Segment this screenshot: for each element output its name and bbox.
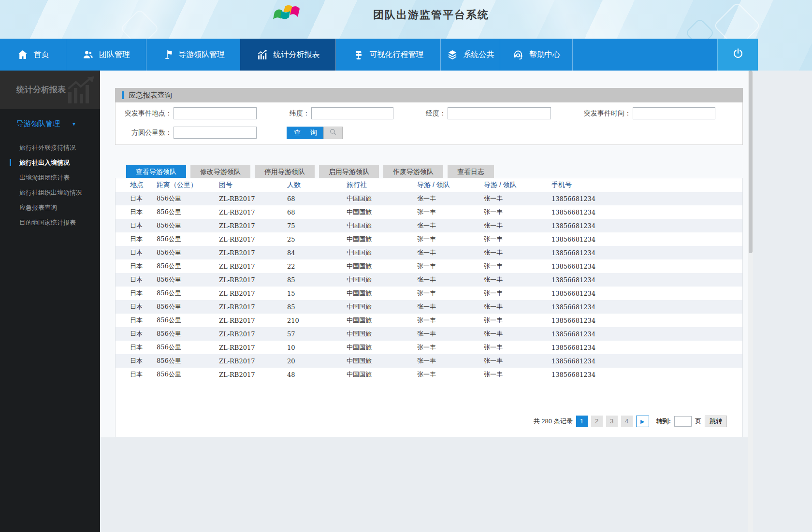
table-cell: 856公里	[157, 205, 219, 219]
table-row: 日本856公里ZL-RB201720中国国旅张一丰张一丰13856681234	[116, 354, 742, 368]
tab-modify-guide-leader[interactable]: 修改导游领队	[190, 165, 250, 178]
nav-item-home[interactable]: 首页	[0, 39, 66, 71]
table-cell: 张一丰	[417, 287, 484, 300]
table-cell: 856公里	[157, 327, 219, 341]
table-cell: 20	[287, 354, 347, 368]
table-cell: 张一丰	[417, 246, 484, 259]
tab-void-guide-leader[interactable]: 作废导游领队	[383, 165, 443, 178]
chevron-down-icon: ▼	[72, 116, 76, 132]
power-icon	[732, 47, 744, 62]
table-cell: 张一丰	[417, 368, 484, 381]
incident-location-input[interactable]	[174, 107, 257, 119]
table-cell: 85	[287, 300, 347, 314]
table-cell: 张一丰	[417, 219, 484, 232]
sidebar-item-emergency-report-query[interactable]: 应急报表查询	[0, 200, 100, 215]
table-cell: 中国国旅	[347, 354, 417, 368]
goto-page-input[interactable]	[674, 416, 692, 427]
table-cell: ZL-RB2017	[219, 314, 287, 327]
next-page-button[interactable]: ▶	[636, 416, 649, 427]
nav-item-system-public[interactable]: 系统公共	[441, 39, 500, 71]
table-panel: 地点 距离（公里） 团号 人数 旅行社 导游 / 领队 导游 / 领队 手机号 …	[115, 178, 743, 437]
table-cell: 张一丰	[484, 327, 551, 341]
tab-view-log[interactable]: 查看日志	[448, 165, 494, 178]
page-button-3[interactable]: 3	[606, 416, 618, 427]
nav-item-guide-leader-management[interactable]: 导游领队管理	[146, 39, 240, 71]
table-body: 日本856公里ZL-RB201768中国国旅张一丰张一丰13856681234日…	[116, 192, 742, 381]
query-panel-header: 应急报表查询	[115, 88, 743, 102]
table-cell: 13856681234	[551, 287, 742, 300]
tab-view-guide-leader[interactable]: 查看导游领队	[126, 165, 186, 178]
table-cell: ZL-RB2017	[219, 368, 287, 381]
bar-chart-icon	[256, 49, 268, 61]
table-cell: 中国国旅	[347, 219, 417, 232]
sidebar-item-agency-liaison[interactable]: 旅行社外联接待情况	[0, 140, 100, 155]
sidebar-item-agency-outbound-travel[interactable]: 旅行社组织出境游情况	[0, 185, 100, 200]
table-row: 日本856公里ZL-RB201785中国国旅张一丰张一丰13856681234	[116, 273, 742, 287]
app-title: 团队出游监管平台系统	[373, 8, 489, 22]
logout-button[interactable]	[717, 39, 758, 71]
table-row: 日本856公里ZL-RB201710中国国旅张一丰张一丰13856681234	[116, 341, 742, 354]
main-content: 应急报表查询 突发事件地点： 纬度： 经度： 突发事件时间： 方圆公里数： 查 …	[100, 71, 812, 532]
table-cell: 张一丰	[484, 314, 551, 327]
nav-item-help-center[interactable]: 帮助中心	[500, 39, 573, 71]
table-cell: 日本	[116, 232, 157, 246]
table-row: 日本856公里ZL-RB201784中国国旅张一丰张一丰13856681234	[116, 246, 742, 259]
table-cell: 856公里	[157, 192, 219, 205]
radius-km-label: 方圆公里数：	[116, 127, 172, 139]
table-cell: 75	[287, 219, 347, 232]
table-cell: 15	[287, 287, 347, 300]
table-cell: 张一丰	[417, 205, 484, 219]
sidebar-item-agency-entry-exit[interactable]: 旅行社出入境情况	[0, 155, 100, 170]
table-row: 日本856公里ZL-RB201725中国国旅张一丰张一丰13856681234	[116, 232, 742, 246]
table-cell: ZL-RB2017	[219, 192, 287, 205]
incident-time-input[interactable]	[633, 107, 715, 119]
sidebar-group-guide-leader-management[interactable]: 导游领队管理 ▼	[0, 116, 100, 131]
page-button-4[interactable]: 4	[621, 416, 633, 427]
table-row: 日本856公里ZL-RB201757中国国旅张一丰张一丰13856681234	[116, 327, 742, 341]
sidebar: 统计分析报表 导游领队管理 ▼ 旅行社外联接待情况 旅行社出入境情况 出境游组团…	[0, 71, 100, 532]
nav-item-label: 导游领队管理	[178, 50, 225, 60]
latitude-input[interactable]	[311, 107, 393, 119]
table-cell: 张一丰	[417, 259, 484, 273]
table-cell: 张一丰	[484, 205, 551, 219]
sidebar-item-outbound-group-stats[interactable]: 出境游组团统计表	[0, 170, 100, 185]
nav-item-statistics-reports[interactable]: 统计分析报表	[240, 39, 336, 71]
page-button-2[interactable]: 2	[591, 416, 603, 427]
table-cell: 中国国旅	[347, 287, 417, 300]
radius-km-input[interactable]	[174, 127, 257, 139]
table-cell: 10	[287, 341, 347, 354]
signpost-icon	[353, 49, 364, 60]
table-cell: 13856681234	[551, 314, 742, 327]
search-icon	[329, 128, 337, 138]
table-cell: 张一丰	[484, 341, 551, 354]
jump-button[interactable]: 跳转	[705, 416, 727, 427]
search-icon-button[interactable]	[323, 127, 343, 139]
sidebar-item-destination-country-stats[interactable]: 目的地国家统计报表	[0, 215, 100, 230]
table-cell: 日本	[116, 314, 157, 327]
table-row: 日本856公里ZL-RB201722中国国旅张一丰张一丰13856681234	[116, 259, 742, 273]
incident-time-label: 突发事件时间：	[567, 107, 631, 119]
table-cell: ZL-RB2017	[219, 259, 287, 273]
scrollbar-thumb[interactable]	[749, 71, 753, 253]
page-button-1[interactable]: 1	[576, 416, 588, 427]
table-cell: 日本	[116, 219, 157, 232]
nav-item-team-management[interactable]: 团队管理	[66, 39, 146, 71]
table-cell: ZL-RB2017	[219, 287, 287, 300]
table-cell: 中国国旅	[347, 273, 417, 287]
table-cell: 张一丰	[484, 354, 551, 368]
longitude-input[interactable]	[448, 107, 551, 119]
table-cell: 日本	[116, 273, 157, 287]
search-button[interactable]: 查 询	[287, 127, 323, 139]
table-cell: 13856681234	[551, 205, 742, 219]
table-cell: 856公里	[157, 341, 219, 354]
tab-enable-guide-leader[interactable]: 启用导游领队	[319, 165, 379, 178]
nav-item-visual-itinerary-management[interactable]: 可视化行程管理	[336, 39, 441, 71]
tab-disable-guide-leader[interactable]: 停用导游领队	[255, 165, 315, 178]
vertical-scrollbar[interactable]	[748, 71, 753, 532]
table-cell: 日本	[116, 192, 157, 205]
incident-location-label: 突发事件地点：	[116, 107, 172, 119]
table-cell: 13856681234	[551, 354, 742, 368]
headset-icon	[512, 49, 524, 60]
tab-bar: 查看导游领队 修改导游领队 停用导游领队 启用导游领队 作废导游领队 查看日志	[126, 165, 494, 178]
table-cell: 日本	[116, 327, 157, 341]
